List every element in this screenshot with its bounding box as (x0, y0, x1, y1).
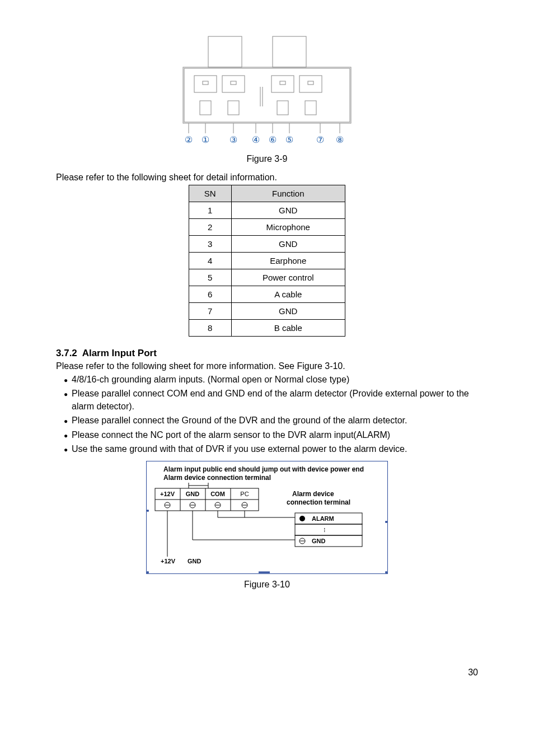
figure-3-10-caption: Figure 3-10 (56, 580, 478, 590)
svg-rect-49 (295, 524, 362, 535)
table-row: 2Microphone (189, 219, 345, 236)
svg-rect-13 (228, 101, 239, 115)
svg-point-66 (147, 571, 149, 573)
alarm-top-text-1: Alarm input public end should jump out w… (163, 465, 364, 473)
list-item: Please parallel connect COM end and GND … (72, 388, 478, 413)
section-intro: Please refer to the following sheet for … (56, 361, 478, 371)
list-item: Please connect the NC port of the alarm … (72, 429, 478, 441)
svg-text:+12V: +12V (160, 491, 175, 497)
svg-rect-3 (273, 36, 306, 67)
svg-rect-1 (184, 68, 350, 122)
svg-point-67 (385, 571, 387, 573)
svg-rect-7 (299, 76, 322, 92)
label-8: ⑧ (336, 135, 344, 144)
label-5: ⑤ (285, 135, 293, 144)
svg-rect-9 (231, 81, 236, 85)
label-4: ④ (252, 135, 260, 144)
section-heading: 3.7.2 Alarm Input Port (56, 348, 478, 359)
alarm-wiring-diagram: Alarm input public end should jump out w… (146, 461, 388, 574)
table-row: 8B cable (189, 320, 345, 337)
svg-rect-2 (208, 36, 242, 67)
alarm-device-label: Alarm device (292, 490, 334, 498)
svg-rect-10 (280, 81, 285, 85)
svg-text:+12V: +12V (161, 558, 176, 564)
table-row: 6A cable (189, 286, 345, 303)
alarm-top-text-2: Alarm device connection terminal (163, 474, 271, 482)
label-6: ⑥ (269, 135, 277, 144)
list-item: Please parallel connect the Ground of th… (72, 414, 478, 427)
table-header-sn: SN (189, 185, 232, 202)
svg-rect-8 (203, 81, 208, 85)
label-2: ② (185, 135, 193, 144)
table-row: 5Power control (189, 269, 345, 286)
label-3: ③ (229, 135, 237, 144)
list-item: 4/8/16-ch grounding alarm inputs. (Norma… (72, 374, 478, 386)
svg-rect-5 (222, 76, 245, 92)
figure-3-9-caption: Figure 3-9 (56, 154, 478, 164)
table-row: 1GND (189, 202, 345, 219)
table-row: 4Earphone (189, 253, 345, 269)
label-7: ⑦ (316, 135, 324, 144)
section-title-text: Alarm Input Port (82, 348, 157, 358)
svg-text:GND: GND (312, 538, 326, 544)
svg-rect-12 (200, 101, 211, 115)
svg-point-64 (147, 510, 149, 512)
table-row: 7GND (189, 303, 345, 320)
svg-text:COM: COM (210, 491, 225, 497)
page-number: 30 (468, 668, 478, 678)
svg-rect-14 (277, 101, 288, 115)
section-number: 3.7.2 (56, 348, 77, 358)
alarm-device-terminal-label: connection terminal (287, 498, 350, 506)
svg-text:PC: PC (240, 491, 249, 497)
svg-text:GND: GND (186, 491, 200, 497)
svg-text:ALARM: ALARM (312, 515, 334, 522)
table-row: 3GND (189, 236, 345, 253)
table-header-function: Function (231, 185, 345, 202)
svg-point-47 (299, 516, 305, 521)
svg-text:GND: GND (188, 558, 202, 564)
label-1: ① (202, 135, 209, 144)
svg-rect-15 (305, 101, 316, 115)
sn-function-table: SN Function 1GND 2Microphone 3GND 4Earph… (189, 185, 345, 337)
svg-point-65 (385, 521, 387, 523)
svg-rect-4 (194, 76, 217, 92)
bullet-list: 4/8/16-ch grounding alarm inputs. (Norma… (56, 374, 478, 455)
svg-rect-6 (271, 76, 294, 92)
svg-text:⫶: ⫶ (323, 526, 326, 533)
svg-rect-11 (308, 81, 313, 85)
connector-diagram: ② ① ③ ④ ⑥ ⑤ ⑦ ⑧ (177, 34, 357, 146)
page-container: ② ① ③ ④ ⑥ ⑤ ⑦ ⑧ Figure 3-9 Please refer … (0, 0, 534, 700)
list-item: Use the same ground with that of DVR if … (72, 443, 478, 455)
intro-paragraph: Please refer to the following sheet for … (56, 172, 478, 183)
